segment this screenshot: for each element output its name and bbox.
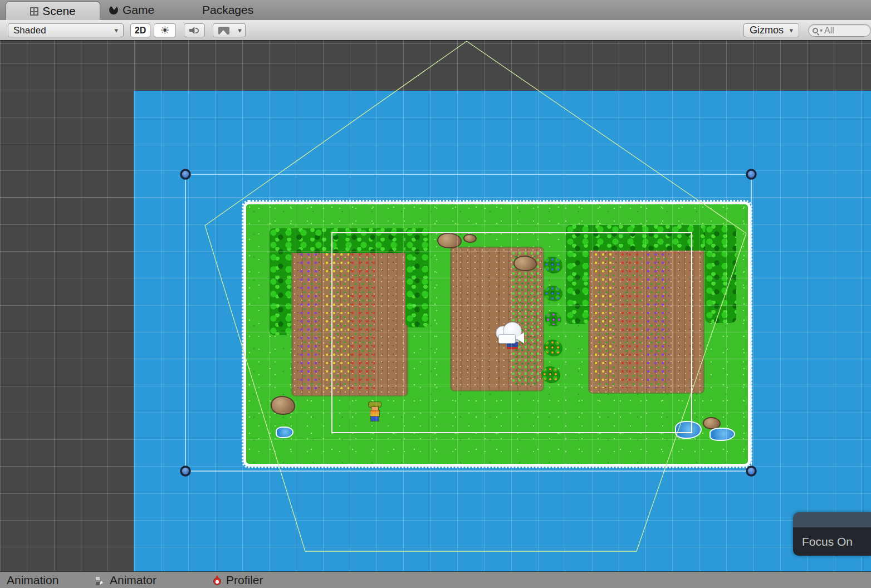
tab-animator[interactable]: Animator bbox=[96, 572, 156, 588]
focus-on-label: Focus On bbox=[802, 535, 853, 548]
tab-animation-label: Animation bbox=[7, 574, 58, 587]
scene-viewport[interactable]: Focus On bbox=[0, 41, 871, 571]
hedge-column bbox=[705, 225, 736, 323]
hedge-row bbox=[269, 228, 425, 253]
hedge-column bbox=[566, 225, 589, 324]
red-crop-rows bbox=[620, 252, 644, 388]
scene-toolbar: Shaded ▾ 2D ☀ ▾ Gizmos ▾ ▾ All bbox=[0, 20, 871, 41]
shading-mode-label: Shaded bbox=[13, 25, 46, 36]
chevron-down-icon: ▾ bbox=[789, 27, 793, 34]
effects-dropdown[interactable]: ▾ bbox=[234, 23, 246, 37]
berry-bush bbox=[544, 340, 562, 356]
pond bbox=[276, 427, 293, 438]
shading-mode-dropdown[interactable]: Shaded ▾ bbox=[8, 23, 124, 37]
rock bbox=[437, 233, 462, 248]
yellow-crop-rows bbox=[325, 252, 349, 391]
scene-search-input[interactable]: ▾ All bbox=[808, 24, 871, 37]
tab-packages-label: Packages bbox=[202, 3, 253, 17]
purple-crop-rows bbox=[646, 252, 669, 388]
bottom-tab-bar: Animation Animator Profiler bbox=[0, 571, 871, 588]
grid-icon bbox=[30, 7, 38, 16]
gizmos-label: Gizmos bbox=[750, 24, 784, 36]
island-tilemap bbox=[243, 202, 751, 467]
berry-bush bbox=[545, 312, 561, 326]
rock bbox=[463, 234, 477, 243]
tab-game[interactable]: Game bbox=[109, 0, 154, 20]
farmer-sprite[interactable] bbox=[368, 402, 382, 421]
gizmos-dropdown[interactable]: Gizmos ▾ bbox=[743, 23, 799, 37]
hedge-column bbox=[269, 228, 291, 335]
pond bbox=[709, 428, 735, 441]
npc-belt bbox=[507, 347, 518, 349]
2d-toggle-label: 2D bbox=[135, 26, 146, 36]
tab-scene-label: Scene bbox=[42, 4, 76, 18]
audio-toggle[interactable] bbox=[184, 23, 205, 37]
farmer-body bbox=[370, 410, 379, 416]
farmer-hat bbox=[369, 402, 381, 407]
tab-profiler-label: Profiler bbox=[226, 574, 263, 587]
right-crop-field bbox=[589, 249, 703, 393]
chevron-down-icon: ▾ bbox=[114, 27, 118, 34]
rock bbox=[513, 256, 537, 271]
red-crop-rows bbox=[350, 252, 375, 391]
tab-scene[interactable]: Scene bbox=[6, 1, 100, 21]
farmer-legs bbox=[371, 416, 379, 421]
image-icon bbox=[218, 27, 229, 35]
rock bbox=[271, 396, 295, 415]
chevron-down-icon: ▾ bbox=[238, 27, 242, 34]
tab-animator-label: Animator bbox=[110, 574, 156, 587]
unity-editor-window: Scene Game Packages Shaded ▾ 2D ☀ ▾ bbox=[0, 0, 871, 588]
pond bbox=[675, 421, 702, 439]
lighting-toggle[interactable]: ☀ bbox=[154, 23, 176, 37]
speaker-icon bbox=[189, 26, 199, 35]
camera-gizmo-icon[interactable] bbox=[496, 322, 526, 345]
seedling-crop-rows bbox=[511, 251, 539, 386]
middle-crop-field bbox=[451, 248, 543, 390]
hedge-column bbox=[405, 228, 429, 327]
animator-icon bbox=[96, 576, 105, 585]
chevron-down-icon: ▾ bbox=[820, 28, 823, 33]
berry-bush bbox=[544, 286, 562, 301]
tab-game-label: Game bbox=[123, 3, 154, 17]
purple-crop-rows bbox=[299, 252, 321, 391]
effects-toggle[interactable] bbox=[213, 23, 235, 37]
profiler-icon bbox=[213, 575, 222, 585]
focus-on-overlay[interactable]: Focus On bbox=[793, 512, 871, 556]
tab-animation[interactable]: Animation bbox=[7, 572, 58, 588]
sun-icon: ☀ bbox=[160, 24, 169, 37]
berry-bush bbox=[544, 257, 562, 273]
berry-bush bbox=[541, 366, 560, 383]
yellow-crop-rows bbox=[594, 252, 616, 388]
camera-body bbox=[498, 334, 516, 344]
tab-profiler[interactable]: Profiler bbox=[213, 572, 263, 588]
magnifier-icon bbox=[813, 28, 818, 33]
search-value: All bbox=[824, 26, 834, 36]
2d-toggle[interactable]: 2D bbox=[130, 23, 150, 37]
game-icon bbox=[109, 6, 118, 14]
view-tab-bar: Scene Game Packages bbox=[0, 0, 871, 20]
camera-lens bbox=[516, 332, 524, 344]
tab-packages[interactable]: Packages bbox=[202, 0, 253, 20]
left-crop-field bbox=[292, 249, 407, 395]
